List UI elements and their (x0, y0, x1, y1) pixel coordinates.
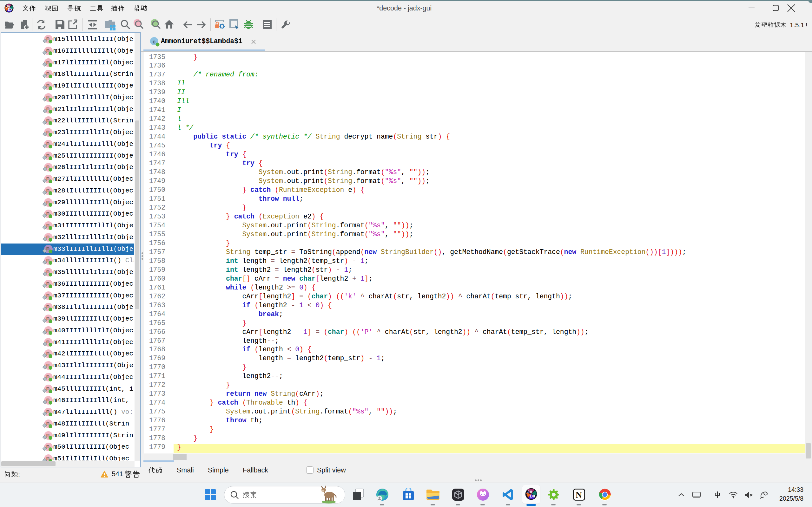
svg-text:DX: DX (529, 494, 535, 498)
svg-text:DX: DX (8, 8, 12, 11)
svg-text:N: N (575, 490, 582, 500)
svg-text:c: c (153, 39, 156, 45)
